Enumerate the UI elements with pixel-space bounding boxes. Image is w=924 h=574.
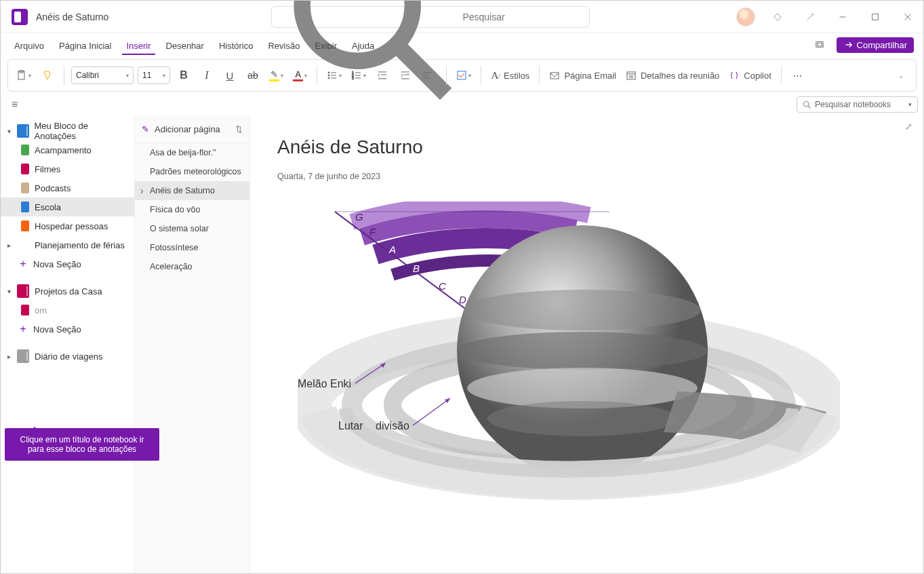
- menu-histórico[interactable]: Histórico: [215, 38, 258, 55]
- sort-icon[interactable]: ⇅: [235, 124, 243, 134]
- new-section-1[interactable]: +Nova Seção: [1, 320, 134, 339]
- ring-label-c: C: [439, 280, 446, 292]
- pages-sidebar: ✎ Adicionar página ⇅ Asa de beija-flor."…: [135, 116, 250, 574]
- ring-label-b: B: [413, 263, 420, 274]
- present-icon[interactable]: [809, 35, 830, 55]
- premium-icon[interactable]: [767, 7, 788, 27]
- minimize-button[interactable]: [832, 7, 853, 27]
- svg-point-48: [487, 401, 677, 436]
- menu-ajuda[interactable]: Ajuda: [348, 38, 378, 55]
- onenote-app-icon: [12, 9, 28, 25]
- font-name-select[interactable]: Calibri▾: [71, 66, 134, 84]
- add-page-button[interactable]: ✎ Adicionar página ⇅: [135, 116, 249, 143]
- font-color-button[interactable]: A: [290, 64, 310, 86]
- section-1-0[interactable]: om: [1, 301, 134, 320]
- font-size-select[interactable]: 11▾: [138, 66, 170, 84]
- svg-rect-31: [458, 71, 466, 79]
- search-icon: [803, 100, 811, 109]
- align-button[interactable]: [419, 64, 439, 86]
- ribbon-chevron[interactable]: ⌄: [891, 64, 910, 86]
- menu-arquivo[interactable]: Arquivo: [10, 38, 48, 55]
- section-0-1[interactable]: Filmes: [1, 159, 134, 178]
- section-0-0[interactable]: Acampamento: [1, 140, 134, 159]
- annotation-enki: Melão Enki: [298, 378, 351, 390]
- menu-desenhar[interactable]: Desenhar: [162, 38, 208, 55]
- copilot-button[interactable]: Copilot: [726, 64, 774, 86]
- svg-rect-7: [817, 43, 822, 45]
- ring-label-f: F: [369, 226, 376, 237]
- meeting-details-button[interactable]: Detalhes da reunião: [623, 64, 722, 86]
- sparkle-icon[interactable]: [800, 7, 820, 27]
- todo-tag-button[interactable]: [454, 64, 474, 86]
- document-title: Anéis de Saturno: [36, 12, 108, 22]
- underline-button[interactable]: U: [220, 64, 239, 86]
- bold-button[interactable]: B: [174, 64, 193, 86]
- email-page-button[interactable]: Página Email: [546, 64, 619, 86]
- svg-rect-32: [550, 73, 559, 79]
- page-title[interactable]: Anéis de Saturno: [277, 136, 896, 158]
- page-item-3[interactable]: Física do vôo: [135, 200, 249, 219]
- svg-point-45: [464, 290, 701, 330]
- format-painter-button[interactable]: [38, 64, 57, 86]
- page-item-4[interactable]: O sistema solar: [135, 219, 249, 238]
- section-0-4[interactable]: Hospedar pessoas: [1, 216, 134, 235]
- section-0-5[interactable]: ▸Planejamento de férias: [1, 235, 134, 254]
- page-item-6[interactable]: Aceleração: [135, 257, 249, 276]
- section-0-2[interactable]: Podcasts: [1, 178, 134, 197]
- tutorial-tooltip: Clique em um título de notebook ir para …: [5, 428, 159, 461]
- svg-rect-3: [872, 14, 879, 20]
- title-bar: Anéis de Saturno: [1, 1, 923, 33]
- styles-button[interactable]: A⁄Estilos: [488, 64, 532, 86]
- outdent-button[interactable]: [373, 64, 392, 86]
- search-notebooks[interactable]: Pesquisar notebooks ▾: [797, 96, 918, 113]
- svg-point-10: [328, 72, 329, 73]
- user-avatar[interactable]: [736, 7, 755, 26]
- paste-button[interactable]: [14, 64, 34, 86]
- menu-exibir[interactable]: Exibir: [310, 38, 341, 55]
- notebook-0[interactable]: ▾Meu Bloco de Anotações: [1, 121, 134, 140]
- section-0-3[interactable]: Escola: [1, 197, 134, 216]
- bullets-button[interactable]: [324, 64, 344, 86]
- svg-point-14: [328, 77, 329, 79]
- svg-point-46: [457, 332, 708, 370]
- numbering-button[interactable]: 123: [348, 64, 369, 86]
- page-canvas[interactable]: ⤢ Anéis de Saturno Quarta, 7 de junho de…: [250, 116, 923, 574]
- svg-point-12: [328, 75, 329, 76]
- svg-point-37: [803, 102, 809, 107]
- menu-página-inicial[interactable]: Página Inicial: [55, 38, 115, 55]
- page-item-0[interactable]: Asa de beija-flor.": [135, 143, 249, 162]
- ring-label-d: D: [459, 294, 466, 305]
- search-box[interactable]: [271, 6, 590, 28]
- page-item-2[interactable]: Anéis de Saturno: [135, 181, 249, 200]
- indent-button[interactable]: [396, 64, 415, 86]
- highlight-button[interactable]: ✎: [266, 64, 286, 86]
- ribbon-toolbar: Calibri▾ 11▾ B I U ab ✎ A 123 A⁄Estilos …: [7, 59, 917, 92]
- page-item-5[interactable]: Fotossíntese: [135, 238, 249, 257]
- notebook-2[interactable]: ▸Diário de viagens: [1, 347, 134, 366]
- maximize-button[interactable]: [865, 7, 885, 27]
- menu-inserir[interactable]: Inserir: [122, 38, 155, 55]
- svg-text:3: 3: [352, 76, 354, 80]
- new-section-0[interactable]: +Nova Seção: [1, 254, 134, 273]
- search-input[interactable]: [462, 12, 581, 22]
- ring-label-a: A: [388, 244, 396, 255]
- strikethrough-button[interactable]: ab: [243, 64, 262, 86]
- saturn-illustration: G F A B C D: [298, 202, 840, 527]
- menu-revisão[interactable]: Revisão: [264, 38, 304, 55]
- expand-icon[interactable]: ⤢: [905, 121, 912, 132]
- page-item-1[interactable]: Padrões meteorológicos: [135, 162, 249, 181]
- svg-line-50: [413, 398, 450, 425]
- share-label: Compartilhar: [857, 40, 907, 50]
- menu-bar: ArquivoPágina InicialInserirDesenharHist…: [1, 33, 923, 55]
- saturn-svg: G F A B C D: [298, 202, 840, 527]
- italic-button[interactable]: I: [197, 64, 216, 86]
- nav-toggle-icon[interactable]: ≡: [6, 96, 23, 113]
- notebook-sidebar: ▾Meu Bloco de AnotaçõesAcampamentoFilmes…: [1, 116, 135, 574]
- ring-label-g: G: [355, 211, 363, 223]
- notebook-1[interactable]: ▾Projetos da Casa: [1, 282, 134, 301]
- share-button[interactable]: Compartilhar: [837, 37, 914, 53]
- add-page-icon: ✎: [142, 124, 149, 134]
- svg-line-38: [808, 106, 810, 108]
- close-button[interactable]: [898, 7, 918, 27]
- more-button[interactable]: ⋯: [788, 64, 807, 86]
